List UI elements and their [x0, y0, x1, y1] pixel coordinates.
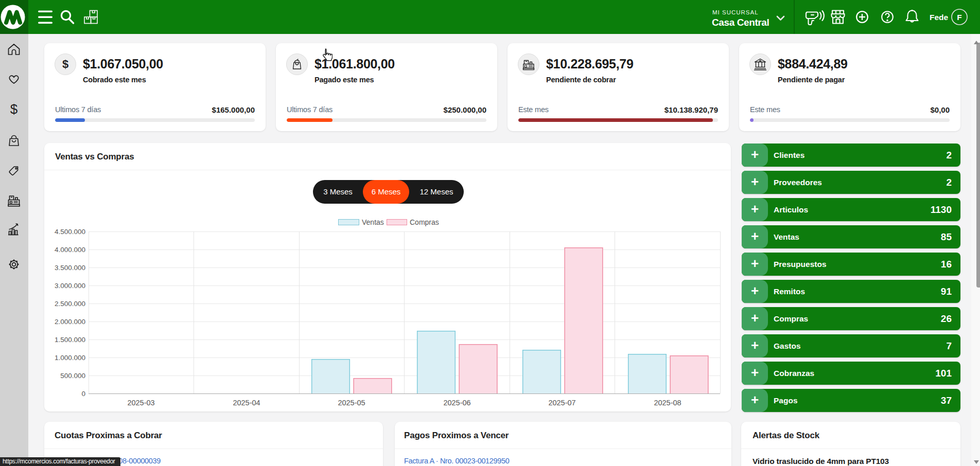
svg-text:1.500.000: 1.500.000	[55, 336, 85, 344]
svg-text:3.000.000: 3.000.000	[55, 282, 85, 290]
svg-text:0: 0	[81, 390, 85, 398]
svg-text:2.000.000: 2.000.000	[55, 318, 85, 326]
svg-text:Fede: Fede	[930, 13, 949, 22]
svg-text:500.000: 500.000	[60, 372, 85, 380]
svg-text:2025-07: 2025-07	[548, 399, 575, 407]
svg-text:Casa Central: Casa Central	[712, 17, 769, 28]
svg-text:2.500.000: 2.500.000	[55, 300, 85, 308]
svg-text:4.000.000: 4.000.000	[55, 246, 85, 254]
svg-text:MI SUCURSAL: MI SUCURSAL	[712, 9, 759, 15]
svg-text:2025-06: 2025-06	[443, 399, 470, 407]
svg-text:3.500.000: 3.500.000	[55, 264, 85, 272]
svg-text:2025-03: 2025-03	[127, 399, 154, 407]
svg-text:$: $	[10, 101, 18, 117]
svg-text:F: F	[957, 13, 961, 22]
svg-text:2025-04: 2025-04	[233, 399, 260, 407]
svg-text:1.000.000: 1.000.000	[55, 354, 85, 362]
svg-text:2025-08: 2025-08	[654, 399, 681, 407]
svg-text:2025-05: 2025-05	[338, 399, 365, 407]
svg-text:4.500.000: 4.500.000	[55, 228, 85, 236]
